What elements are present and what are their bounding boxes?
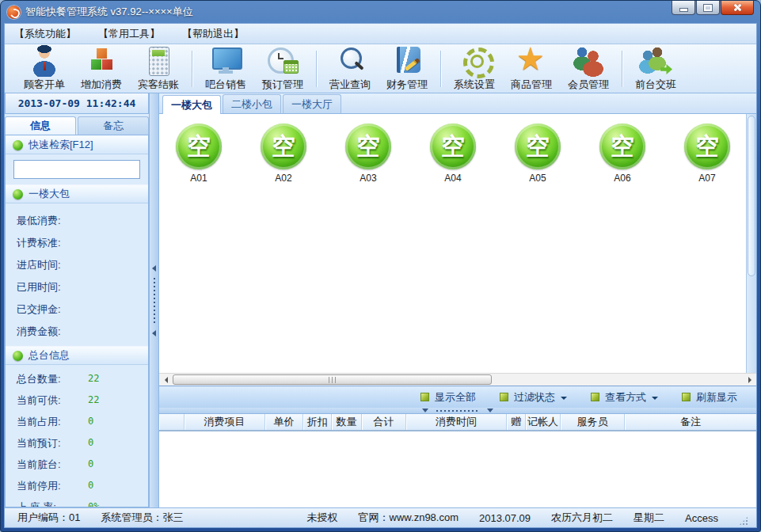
collapse-left-icon bbox=[152, 330, 156, 336]
vertical-scrollbar-thumb[interactable] bbox=[748, 116, 755, 276]
action-button[interactable]: 查看方式 bbox=[591, 390, 658, 405]
scroll-left-arrow[interactable] bbox=[159, 374, 173, 386]
toolbar-icon bbox=[266, 45, 299, 77]
minimize-button[interactable] bbox=[672, 1, 695, 15]
action-button[interactable]: 过滤状态 bbox=[500, 390, 567, 405]
summary-row: 当前可供: 22 bbox=[17, 390, 148, 411]
table-item[interactable]: 空 A05 bbox=[514, 124, 561, 184]
info-field-label: 已用时间: bbox=[17, 276, 148, 298]
zone-tab[interactable]: 一楼大厅 bbox=[283, 94, 341, 113]
toolbar-button[interactable]: 营业查询 bbox=[322, 45, 379, 92]
grid-column-header[interactable]: 数量 bbox=[332, 414, 362, 430]
zone-tab[interactable]: 一楼大包 bbox=[162, 95, 221, 114]
toolbar-button[interactable]: 前台交班 bbox=[627, 45, 684, 92]
toolbar-separator bbox=[316, 51, 317, 87]
toolbar-icon bbox=[85, 45, 118, 77]
status-lunar-date: 农历六月初二 bbox=[551, 511, 613, 525]
grid-column-header[interactable]: 消费时间 bbox=[406, 414, 507, 430]
info-field-label: 最低消费: bbox=[17, 210, 148, 232]
summary-row: 总台数量: 22 bbox=[17, 368, 148, 390]
maximize-icon bbox=[704, 5, 712, 11]
status-website: 官网：www.zn98.com bbox=[359, 511, 459, 525]
table-item[interactable]: 空 A02 bbox=[260, 124, 307, 184]
status-date: 2013.07.09 bbox=[479, 512, 531, 524]
table-item[interactable]: 空 A04 bbox=[429, 124, 477, 184]
toolbar-button[interactable]: 吧台销售 bbox=[197, 45, 254, 92]
grid-column-header[interactable]: 记帐人 bbox=[526, 414, 561, 430]
toolbar-button[interactable]: 会员管理 bbox=[560, 45, 617, 92]
menu-item[interactable]: 【系统功能】 bbox=[14, 27, 76, 41]
grid-column-header[interactable] bbox=[159, 414, 185, 430]
window-content: 【系统功能】 【常用工具】 【帮助退出】 顾客开单 增加消费 bbox=[4, 23, 757, 528]
table-item[interactable]: 空 A03 bbox=[344, 124, 392, 184]
order-grid-body bbox=[159, 431, 756, 507]
status-weekday: 星期二 bbox=[634, 511, 664, 525]
grid-column-header[interactable]: 单价 bbox=[265, 414, 303, 430]
summary-value: 0 bbox=[77, 432, 93, 454]
table-item[interactable]: 空 A01 bbox=[175, 124, 223, 184]
zone-section-title: 一楼大包 bbox=[29, 187, 70, 201]
grid-column-header[interactable]: 折扣 bbox=[303, 414, 332, 430]
menu-item[interactable]: 【帮助退出】 bbox=[182, 27, 244, 41]
toolbar-button[interactable]: 增加消费 bbox=[73, 45, 130, 92]
menu-item[interactable]: 【常用工具】 bbox=[98, 27, 160, 41]
window-title: 智能快餐管理系统 v37.92--××××单位 bbox=[25, 5, 666, 19]
resize-grip[interactable] bbox=[739, 516, 748, 526]
table-status-icon: 空 bbox=[261, 124, 306, 169]
grid-column-header[interactable]: 服务员 bbox=[561, 414, 625, 430]
sidebar-tab[interactable]: 备忘 bbox=[78, 116, 149, 135]
toolbar-icon bbox=[28, 45, 61, 77]
table-item[interactable]: 空 A07 bbox=[683, 124, 731, 184]
scrollbar-track[interactable] bbox=[173, 374, 743, 386]
close-icon bbox=[733, 3, 742, 12]
table-id-label: A02 bbox=[275, 173, 291, 184]
table-id-label: A05 bbox=[529, 173, 546, 184]
toolbar-button-label: 系统设置 bbox=[454, 78, 495, 92]
table-id-label: A01 bbox=[190, 173, 207, 184]
sidebar-tab[interactable]: 信息 bbox=[5, 116, 76, 135]
summary-label: 上 座 率: bbox=[17, 496, 77, 507]
panel-splitter[interactable] bbox=[159, 408, 756, 414]
table-item[interactable]: 空 A06 bbox=[599, 124, 646, 184]
zone-section-header: 一楼大包 bbox=[6, 184, 148, 203]
toolbar-button[interactable]: 宾客结账 bbox=[130, 45, 187, 92]
summary-label: 当前停用: bbox=[17, 475, 77, 496]
toolbar-icon bbox=[639, 45, 672, 77]
titlebar: 智能快餐管理系统 v37.92--××××单位 bbox=[4, 1, 757, 23]
grid-column-header[interactable]: 赠 bbox=[507, 414, 526, 430]
vertical-scrollbar[interactable] bbox=[746, 114, 756, 373]
summary-row: 当前预订: 0 bbox=[17, 432, 148, 454]
toolbar-icon bbox=[390, 45, 424, 77]
dropdown-arrow-icon bbox=[561, 397, 567, 400]
dropdown-arrow-icon bbox=[652, 397, 658, 400]
toolbar-icon bbox=[209, 45, 242, 77]
horizontal-scrollbar-thumb[interactable] bbox=[173, 374, 492, 385]
toolbar-button[interactable]: 预订管理 bbox=[254, 45, 311, 92]
summary-row: 当前脏台: 0 bbox=[17, 454, 148, 475]
info-field-label: 已交押金: bbox=[17, 298, 148, 321]
cube-icon bbox=[500, 393, 508, 401]
summary-list: 总台数量: 22 当前可供: 22 当前占用: 0 bbox=[6, 365, 148, 507]
action-button[interactable]: 刷新显示 bbox=[682, 390, 737, 405]
summary-label: 当前可供: bbox=[17, 390, 77, 411]
horizontal-scrollbar[interactable] bbox=[159, 373, 756, 386]
scroll-right-arrow[interactable] bbox=[743, 374, 756, 386]
action-button-label: 查看方式 bbox=[605, 390, 646, 405]
toolbar-button[interactable]: 商品管理 bbox=[503, 45, 560, 92]
zone-tab[interactable]: 二楼小包 bbox=[223, 94, 281, 113]
maximize-button[interactable] bbox=[696, 1, 720, 15]
grid-column-header[interactable]: 消费项目 bbox=[185, 414, 265, 430]
toolbar-button[interactable]: 财务管理 bbox=[379, 45, 436, 92]
toolbar-button[interactable]: 顾客开单 bbox=[16, 45, 73, 92]
close-button[interactable] bbox=[721, 1, 754, 15]
info-field-label: 进店时间: bbox=[17, 254, 148, 276]
grid-column-header[interactable]: 备注 bbox=[625, 414, 756, 430]
toolbar-icon bbox=[515, 45, 548, 77]
sidebar-splitter[interactable] bbox=[149, 93, 158, 507]
toolbar-button[interactable]: 系统设置 bbox=[446, 45, 503, 92]
grid-column-header[interactable]: 合计 bbox=[362, 414, 406, 430]
summary-row: 当前停用: 0 bbox=[17, 475, 148, 496]
cube-icon bbox=[420, 393, 429, 401]
quick-search-input[interactable] bbox=[13, 160, 140, 179]
action-button[interactable]: 显示全部 bbox=[420, 390, 476, 405]
